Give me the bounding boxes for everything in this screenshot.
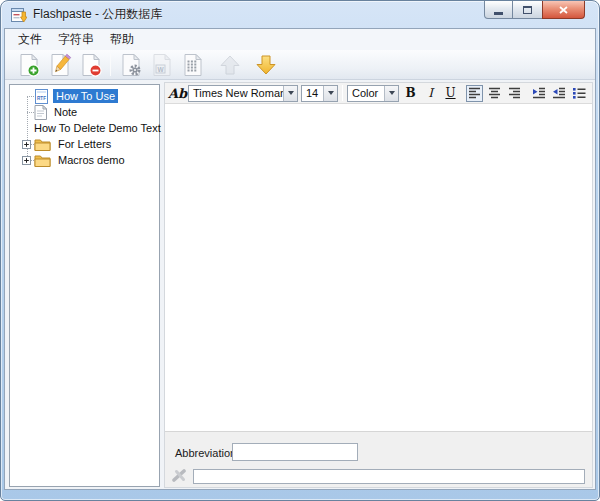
font-size-value: 14 (302, 87, 323, 99)
app-icon (10, 7, 27, 23)
chevron-down-icon (384, 86, 398, 101)
format-separator (342, 85, 343, 101)
maximize-icon (523, 6, 532, 14)
italic-button[interactable]: I (422, 85, 439, 102)
rtf-document-icon: RTF (34, 89, 49, 104)
document-word-icon: W (149, 52, 175, 78)
svg-text:W: W (157, 65, 164, 72)
align-center-button[interactable] (486, 85, 503, 102)
rich-text-editor[interactable] (165, 104, 592, 431)
menu-strings[interactable]: 字符串 (50, 29, 102, 50)
content: RTF How To Use Note (5, 81, 595, 489)
window-title: Flashpaste - 公用数据库 (33, 6, 162, 23)
shortcut-input[interactable] (193, 469, 585, 484)
menu-help[interactable]: 帮助 (102, 29, 142, 50)
align-left-button[interactable] (466, 85, 483, 102)
expand-icon[interactable] (22, 156, 31, 165)
increase-indent-icon (532, 87, 546, 99)
move-down-button[interactable] (251, 51, 280, 78)
abbreviation-input[interactable] (232, 443, 358, 461)
folder-icon (34, 138, 51, 151)
tree-item-label: Note (51, 105, 80, 119)
string-tree: RTF How To Use Note (10, 88, 159, 168)
add-string-button[interactable] (14, 51, 43, 78)
svg-text:RTF: RTF (37, 95, 46, 100)
tree-item-label: How To Use (53, 89, 118, 103)
document-gear-icon (118, 52, 144, 78)
tree-item-note[interactable]: Note (10, 104, 159, 120)
tree-item-label: For Letters (55, 137, 114, 151)
tree-item-how-to-use[interactable]: RTF How To Use (10, 88, 159, 104)
font-size-select[interactable]: 14 (301, 85, 338, 102)
abbreviation-label: Abbreviation: (175, 447, 239, 459)
editor-panel: Ab Times New Roman 14 Color B (164, 82, 593, 488)
minimize-icon (494, 12, 503, 15)
document-edit-icon (47, 52, 73, 78)
tree-item-how-to-delete[interactable]: RTF How To Delete Demo Text (10, 120, 159, 136)
color-value: Color (348, 87, 384, 99)
document-delete-icon (78, 52, 104, 78)
word-document-button: W (147, 51, 176, 78)
window-controls (484, 1, 585, 19)
bold-button[interactable]: B (402, 85, 419, 102)
tree-item-label: How To Delete Demo Text (31, 121, 164, 135)
font-family-select[interactable]: Times New Roman (188, 85, 298, 102)
edit-string-button[interactable] (45, 51, 74, 78)
align-right-icon (508, 87, 521, 99)
bullet-list-button[interactable] (570, 85, 587, 102)
client-area: 文件 字符串 帮助 (4, 28, 596, 490)
document-add-icon (16, 52, 42, 78)
folder-icon (34, 154, 51, 167)
tree-connector (27, 96, 34, 97)
main-toolbar: W (5, 50, 595, 80)
macros-document-button[interactable] (178, 51, 207, 78)
toolbar-separator (110, 54, 111, 76)
menubar: 文件 字符串 帮助 (5, 29, 595, 50)
tree-item-for-letters[interactable]: For Letters (10, 136, 159, 152)
string-settings-button[interactable] (116, 51, 145, 78)
chevron-down-icon (323, 86, 337, 101)
string-tree-panel[interactable]: RTF How To Use Note (9, 84, 160, 487)
tree-item-label: Macros demo (55, 153, 128, 167)
menu-file[interactable]: 文件 (10, 29, 50, 50)
decrease-indent-icon (552, 87, 566, 99)
document-macros-icon (180, 52, 206, 78)
delete-string-button[interactable] (76, 51, 105, 78)
underline-button[interactable]: U (442, 85, 459, 102)
maximize-button[interactable] (513, 1, 542, 19)
arrow-up-icon (218, 53, 242, 77)
color-select[interactable]: Color (347, 85, 399, 102)
align-left-icon (468, 87, 481, 99)
wrench-icon (171, 467, 189, 485)
align-right-button[interactable] (506, 85, 523, 102)
app-window: Flashpaste - 公用数据库 文件 字符串 帮助 (0, 0, 600, 501)
align-center-icon (488, 87, 501, 99)
bullet-list-icon (572, 87, 586, 99)
move-up-button (215, 51, 244, 78)
tree-connector (27, 112, 34, 113)
close-button[interactable] (542, 1, 585, 19)
close-icon (559, 6, 568, 14)
decrease-indent-button[interactable] (550, 85, 567, 102)
minimize-button[interactable] (484, 1, 513, 19)
increase-indent-button[interactable] (530, 85, 547, 102)
chevron-down-icon (283, 86, 297, 101)
arrow-down-icon (254, 53, 278, 77)
titlebar: Flashpaste - 公用数据库 (1, 1, 599, 28)
tree-item-macros-demo[interactable]: Macros demo (10, 152, 159, 168)
font-family-value: Times New Roman (189, 87, 283, 99)
text-document-icon (34, 105, 47, 120)
expand-icon[interactable] (22, 140, 31, 149)
format-toolbar: Ab Times New Roman 14 Color B (165, 83, 592, 104)
footer-panel: Abbreviation: (165, 431, 592, 487)
font-style-icon: Ab (168, 87, 185, 100)
